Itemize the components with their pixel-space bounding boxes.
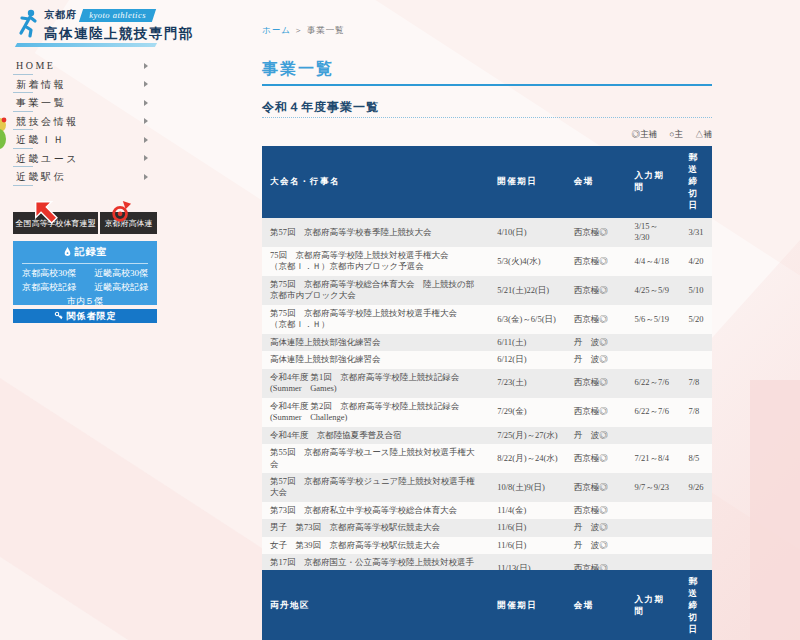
table-row: 高体連陸上競技部強化練習会6/12(日)丹 波◎ (262, 351, 712, 368)
sidebar-item-kinki-ih[interactable]: 近畿ＩＨ (16, 131, 150, 150)
records-room-box: 記録室 京都高校30傑 近畿高校30傑 京都高校記録 近畿高校記録 市内５傑 (13, 241, 157, 305)
logo-prefecture: 京都府 (44, 8, 77, 22)
table-cell: 6/3(金)～6/5(日) (489, 305, 566, 334)
legend-main: ○主 (669, 129, 683, 139)
site-logo[interactable]: 京都府 kyoto athletics 高体連陸上競技専門部 (16, 7, 206, 51)
table-cell: 6/11(土) (489, 334, 566, 351)
table-row: 第55回 京都府高等学校ユース陸上競技対校選手権大会8/22(月)～24(水)西… (262, 444, 712, 473)
restricted-access-button[interactable]: 関係者限定 (13, 309, 157, 323)
sidebar-item-label: HOME (16, 60, 55, 71)
sidebar-item-kinki-ekiden[interactable]: 近畿駅伝 (16, 168, 150, 187)
table-cell: 西京極◎ (566, 247, 627, 276)
table-cell: 75回 京都府高等学校陸上競技対校選手権大会 （京都Ｉ．Ｈ）京都市内ブロック予選… (262, 247, 489, 276)
table-cell: 10/8(土)9(日) (489, 473, 566, 502)
table-cell (681, 427, 713, 444)
table-row: 第75回 京都府高等学校総合体育大会 陸上競技の部 京都市内ブロック大会5/21… (262, 276, 712, 305)
pen-icon (63, 246, 72, 259)
table-cell: 4/25～5/9 (627, 276, 681, 305)
table-row: 75回 京都府高等学校陸上競技対校選手権大会 （京都Ｉ．Ｈ）京都市内ブロック予選… (262, 247, 712, 276)
sidebar-item-label: 新着情報 (16, 79, 66, 90)
table-cell: 第55回 京都府高等学校ユース陸上競技対校選手権大会 (262, 444, 489, 473)
link-kinki-top30[interactable]: 近畿高校30傑 (85, 267, 157, 280)
legend-main-sub: ◎主補 (632, 129, 658, 139)
table-cell (627, 334, 681, 351)
table-cell: 7/29(金) (489, 398, 566, 427)
sidebar-item-competition-info[interactable]: 競技会情報 (16, 113, 150, 132)
red-arrow-icon (30, 196, 60, 230)
table-cell (627, 502, 681, 519)
sidebar-item-kinki-youth[interactable]: 近畿ユース (16, 150, 150, 169)
table-cell: 8/5 (681, 444, 713, 473)
mascot-icon (0, 116, 12, 156)
section-dotted-rule (262, 117, 712, 118)
table-cell: 西京極◎ (566, 473, 627, 502)
table-row: 第73回 京都府私立中学校高等学校総合体育大会11/4(金)西京極◎ (262, 502, 712, 519)
table-row: 第57回 京都府高等学校春季陸上競技大会4/10(日)西京極◎3/15～3/30… (262, 218, 712, 247)
logo-organization: 高体連陸上競技専門部 (44, 25, 194, 43)
table-cell: 丹 波◎ (566, 537, 627, 554)
logo-underline-bar (15, 43, 157, 47)
sidebar-item-label: 競技会情報 (16, 116, 79, 127)
chevron-right-icon (144, 100, 148, 106)
table-cell: 11/4(金) (489, 502, 566, 519)
table-header-row: 大会名・行事名開催期日会場入力期間郵送締切日 (262, 146, 712, 218)
table-row: 令和4年度 第1回 京都府高等学校陸上競技記録会(Summer Games)7/… (262, 369, 712, 398)
table-cell: 5/6～5/19 (627, 305, 681, 334)
table-cell: 4/4～4/18 (627, 247, 681, 276)
table-cell: 西京極◎ (566, 218, 627, 247)
table-cell (681, 519, 713, 536)
chevron-right-icon (144, 174, 148, 180)
table-header-row: 両丹地区開催期日会場入力期間郵送締切日 (262, 570, 712, 640)
table-cell: 3/31 (681, 218, 713, 247)
table-cell: 5/21(土)22(日) (489, 276, 566, 305)
table-cell: 男子 第73回 京都府高等学校駅伝競走大会 (262, 519, 489, 536)
table-cell: 西京極◎ (566, 398, 627, 427)
table-row: 高体連陸上競技部強化練習会6/11(土)丹 波◎ (262, 334, 712, 351)
breadcrumb-current: 事業一覧 (307, 25, 345, 35)
sidebar-item-label: 近畿ユース (16, 153, 79, 164)
table-cell: 高体連陸上競技部強化練習会 (262, 351, 489, 368)
table-cell: 7/23(土) (489, 369, 566, 398)
table-cell: 第57回 京都府高等学校春季陸上競技大会 (262, 218, 489, 247)
table-cell (681, 334, 713, 351)
table-cell: 6/22～7/6 (627, 398, 681, 427)
table-cell: 西京極◎ (566, 444, 627, 473)
table-cell: 令和4年度 京都陸協夏季普及合宿 (262, 427, 489, 444)
breadcrumb-home-link[interactable]: ホーム (262, 25, 291, 35)
table-cell: 丹 波◎ (566, 519, 627, 536)
table-cell (627, 519, 681, 536)
table-cell: 7/8 (681, 369, 713, 398)
table-cell: 第75回 京都府高等学校総合体育大会 陸上競技の部 京都市内ブロック大会 (262, 276, 489, 305)
table-cell: 7/21～8/4 (627, 444, 681, 473)
table-cell: 第75回 京都府高等学校陸上競技対校選手権大会 （京都Ｉ．Ｈ） (262, 305, 489, 334)
link-kyoto-top30[interactable]: 京都高校30傑 (13, 267, 85, 280)
table-cell (681, 537, 713, 554)
table-cell: 5/10 (681, 276, 713, 305)
column-header: 入力期間 (627, 570, 681, 640)
table-cell: 11/6(日) (489, 519, 566, 536)
table-cell: 4/10(日) (489, 218, 566, 247)
link-kinki-records[interactable]: 近畿高校記録 (85, 281, 157, 294)
background-edge-strip (750, 380, 800, 640)
runner-icon (16, 9, 40, 45)
table-cell: 9/7～9/23 (627, 473, 681, 502)
link-city-top5[interactable]: 市内５傑 (13, 295, 157, 308)
table-cell: 7/25(月)～27(水) (489, 427, 566, 444)
table-cell: 令和4年度 第2回 京都府高等学校陸上競技記録会(Summer Challeng… (262, 398, 489, 427)
records-room-title: 記録室 (13, 241, 157, 259)
table-cell: 5/3(火)4(水) (489, 247, 566, 276)
logo-text: 京都府 kyoto athletics 高体連陸上競技専門部 (44, 7, 194, 43)
sidebar-item-events[interactable]: 事業一覧 (16, 94, 150, 113)
sidebar-item-home[interactable]: HOME (16, 57, 150, 76)
logo-badge: kyoto athletics (79, 9, 156, 22)
sidebar-item-news[interactable]: 新着情報 (16, 76, 150, 95)
table-cell: 丹 波◎ (566, 351, 627, 368)
page: 京都府 kyoto athletics 高体連陸上競技専門部 HOME 新着情報… (0, 0, 800, 640)
chevron-right-icon (144, 137, 148, 143)
table-cell: 6/22～7/6 (627, 369, 681, 398)
breadcrumb-separator: ＞ (294, 25, 304, 35)
table-row: 第57回 京都府高等学校ジュニア陸上競技対校選手権大会10/8(土)9(日)西京… (262, 473, 712, 502)
table-cell: 9/26 (681, 473, 713, 502)
link-kyoto-records[interactable]: 京都高校記録 (13, 281, 85, 294)
events-table-ryotan: 両丹地区開催期日会場入力期間郵送締切日 第75回 両丹高等学校陸上競技選手権大会… (262, 570, 712, 640)
